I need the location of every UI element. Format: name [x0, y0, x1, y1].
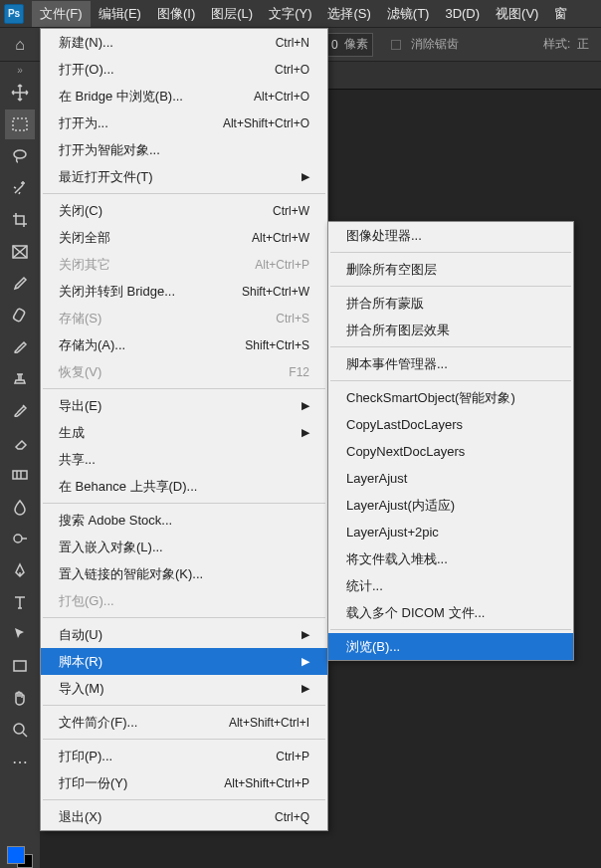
file-item-18[interactable]: 在 Behance 上共享(D)... — [41, 473, 327, 500]
history-brush-tool[interactable] — [5, 396, 35, 426]
menu-window[interactable]: 窗 — [546, 1, 575, 27]
pen-tool[interactable] — [5, 555, 35, 585]
file-item-4[interactable]: 打开为智能对象... — [41, 136, 327, 163]
scripts-item-7[interactable]: 脚本事件管理器... — [328, 350, 573, 377]
menu-filter[interactable]: 滤镜(T) — [379, 1, 438, 27]
antialias-label: 消除锯齿 — [411, 36, 459, 53]
menu-layer[interactable]: 图层(L) — [203, 1, 261, 27]
fg-swatch[interactable] — [7, 846, 25, 864]
menu-view[interactable]: 视图(V) — [488, 1, 546, 27]
lasso-tool[interactable] — [5, 141, 35, 171]
feather-input[interactable]: 0 像素 — [326, 33, 373, 57]
scripts-item-14[interactable]: LayerAjust+2pic — [328, 519, 573, 545]
panel-handle-icon[interactable]: » — [5, 66, 35, 74]
scripts-item-11[interactable]: CopyNextDocLayers — [328, 438, 573, 465]
shortcut-label: Alt+Shift+Ctrl+O — [223, 116, 309, 130]
wand-tool[interactable] — [5, 173, 35, 203]
menu-select[interactable]: 选择(S) — [319, 1, 378, 27]
file-item-29[interactable]: 文件简介(F)...Alt+Shift+Ctrl+I — [41, 709, 327, 736]
spot-heal-tool[interactable] — [5, 301, 35, 330]
file-item-21[interactable]: 置入嵌入对象(L)... — [41, 534, 327, 560]
file-item-20[interactable]: 搜索 Adobe Stock... — [41, 507, 327, 534]
move-tool[interactable] — [5, 78, 35, 108]
file-item-26[interactable]: 脚本(R)▶ — [41, 648, 327, 675]
svg-rect-4 — [13, 471, 27, 479]
menu-item-label: 存储为(A)... — [59, 336, 125, 354]
gradient-tool[interactable] — [5, 460, 35, 490]
frame-tool[interactable] — [5, 237, 35, 267]
menu-file[interactable]: 文件(F) — [32, 1, 91, 27]
scripts-item-9[interactable]: CheckSmartObject(智能对象) — [328, 384, 573, 411]
file-item-34[interactable]: 退出(X)Ctrl+Q — [41, 803, 327, 830]
shortcut-label: Shift+Ctrl+S — [245, 338, 309, 352]
file-item-16[interactable]: 生成▶ — [41, 419, 327, 446]
path-select-tool[interactable] — [5, 619, 35, 649]
menu-item-label: 关闭全部 — [59, 229, 110, 247]
menu-image[interactable]: 图像(I) — [149, 1, 203, 27]
file-item-3[interactable]: 打开为...Alt+Shift+Ctrl+O — [41, 109, 327, 136]
menu-item-label: 关闭(C) — [59, 202, 102, 220]
marquee-tool[interactable] — [5, 109, 35, 139]
menu-item-label: 打开(O)... — [59, 61, 114, 79]
menu-item-label: 关闭并转到 Bridge... — [59, 283, 175, 301]
file-item-32[interactable]: 打印一份(Y)Alt+Shift+Ctrl+P — [41, 769, 327, 796]
eraser-tool[interactable] — [5, 428, 35, 458]
edit-toolbar-icon[interactable]: ⋯ — [5, 747, 35, 776]
scripts-item-13[interactable]: LayerAjust(内适应) — [328, 492, 573, 519]
file-item-2[interactable]: 在 Bridge 中浏览(B)...Alt+Ctrl+O — [41, 83, 327, 109]
scripts-item-2[interactable]: 删除所有空图层 — [328, 256, 573, 283]
crop-tool[interactable] — [5, 205, 35, 235]
scripts-item-5[interactable]: 拼合所有图层效果 — [328, 317, 573, 343]
svg-point-7 — [14, 724, 24, 734]
file-item-13: 恢复(V)F12 — [41, 358, 327, 385]
menu-type[interactable]: 文字(Y) — [261, 1, 319, 27]
shortcut-label: Ctrl+S — [276, 312, 309, 326]
file-item-25[interactable]: 自动(U)▶ — [41, 621, 327, 648]
svg-rect-3 — [13, 308, 26, 322]
type-tool[interactable] — [5, 587, 35, 617]
zoom-tool[interactable] — [5, 715, 35, 745]
file-item-22[interactable]: 置入链接的智能对象(K)... — [41, 560, 327, 587]
dodge-tool[interactable] — [5, 524, 35, 553]
menu-item-label: CopyNextDocLayers — [346, 444, 465, 459]
blur-tool[interactable] — [5, 492, 35, 522]
home-icon[interactable]: ⌂ — [6, 32, 34, 58]
file-item-8[interactable]: 关闭全部Alt+Ctrl+W — [41, 224, 327, 251]
scripts-item-10[interactable]: CopyLastDocLayers — [328, 411, 573, 438]
file-item-17[interactable]: 共享... — [41, 446, 327, 473]
scripts-item-16[interactable]: 统计... — [328, 572, 573, 599]
scripts-item-0[interactable]: 图像处理器... — [328, 222, 573, 249]
file-item-1[interactable]: 打开(O)...Ctrl+O — [41, 56, 327, 83]
submenu-arrow-icon: ▶ — [301, 655, 309, 668]
menu-item-label: 关闭其它 — [59, 256, 110, 274]
file-item-5[interactable]: 最近打开文件(T)▶ — [41, 163, 327, 190]
shortcut-label: Alt+Shift+Ctrl+P — [224, 776, 309, 790]
app-icon: Ps — [4, 4, 24, 24]
file-item-10[interactable]: 关闭并转到 Bridge...Shift+Ctrl+W — [41, 278, 327, 305]
menu-item-label: 搜索 Adobe Stock... — [59, 512, 172, 530]
clone-stamp-tool[interactable] — [5, 364, 35, 394]
menu-3d[interactable]: 3D(D) — [437, 2, 488, 25]
file-item-31[interactable]: 打印(P)...Ctrl+P — [41, 743, 327, 769]
file-item-15[interactable]: 导出(E)▶ — [41, 392, 327, 419]
scripts-item-12[interactable]: LayerAjust — [328, 465, 573, 492]
file-item-0[interactable]: 新建(N)...Ctrl+N — [41, 29, 327, 56]
antialias-checkbox[interactable] — [391, 40, 401, 50]
menu-item-label: 恢复(V) — [59, 363, 101, 381]
hand-tool[interactable] — [5, 683, 35, 713]
brush-tool[interactable] — [5, 332, 35, 362]
file-item-27[interactable]: 导入(M)▶ — [41, 675, 327, 702]
scripts-item-17[interactable]: 载入多个 DICOM 文件... — [328, 599, 573, 626]
rectangle-tool[interactable] — [5, 651, 35, 681]
scripts-item-4[interactable]: 拼合所有蒙版 — [328, 290, 573, 317]
file-item-12[interactable]: 存储为(A)...Shift+Ctrl+S — [41, 331, 327, 358]
shortcut-label: F12 — [289, 365, 309, 379]
menu-edit[interactable]: 编辑(E) — [91, 1, 149, 27]
eyedropper-tool[interactable] — [5, 269, 35, 299]
file-item-7[interactable]: 关闭(C)Ctrl+W — [41, 197, 327, 224]
shortcut-label: Ctrl+Q — [275, 810, 309, 824]
menu-item-label: 打开为... — [59, 114, 108, 132]
scripts-item-15[interactable]: 将文件载入堆栈... — [328, 545, 573, 572]
scripts-item-19[interactable]: 浏览(B)... — [328, 633, 573, 660]
menu-item-label: 脚本(R) — [59, 653, 102, 671]
